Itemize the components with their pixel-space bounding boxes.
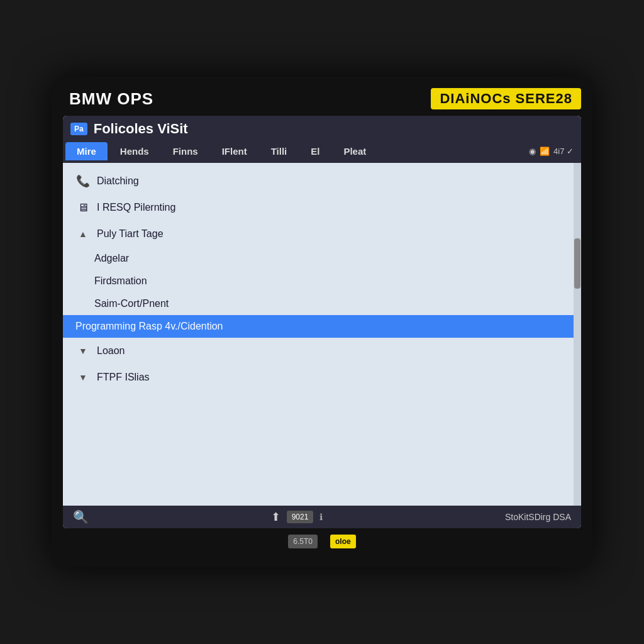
tab-mire[interactable]: Mire	[65, 142, 108, 160]
bottom-btn-650[interactable]: 6.5T0	[288, 535, 318, 548]
resq-icon: 🖥	[75, 200, 91, 215]
menu-item-diatching[interactable]: 📞 Diatching	[63, 168, 574, 194]
bottom-btn-oloe[interactable]: oloe	[330, 535, 356, 548]
loaon-arrow-icon: ▼	[75, 343, 91, 358]
tab-pleat[interactable]: Pleat	[332, 142, 377, 160]
menu-item-puly[interactable]: ▲ Puly Tiart Tage	[63, 221, 574, 247]
content-area: 📞 Diatching 🖥 I RESQ Pilernting ▲ Puly T…	[63, 163, 581, 506]
tab-el[interactable]: El	[299, 142, 331, 160]
nav-spacer: ◉ 📶 4i7 ✓	[379, 142, 579, 160]
menu-item-saim[interactable]: Saim-Cort/Pnent	[63, 292, 574, 315]
menu-item-resq[interactable]: 🖥 I RESQ Pilernting	[63, 194, 574, 221]
wifi-icon: 📶	[540, 147, 550, 156]
menu-item-loaon[interactable]: ▼ Loaon	[63, 338, 574, 364]
menu-item-programming[interactable]: Programming Rasp 4v./Cidention	[63, 315, 574, 338]
device-top-bar: BMW OPS DIAiNOCs SERE28	[63, 88, 581, 109]
header-icon: Pa	[70, 123, 87, 135]
tab-tilli[interactable]: Tilli	[260, 142, 299, 160]
screen-header: Pa Folicoles ViSit	[63, 116, 581, 142]
diatching-icon: 📞	[75, 174, 91, 189]
scrollbar-thumb	[574, 238, 580, 289]
info-btn[interactable]: ℹ	[319, 512, 323, 522]
ftpf-arrow-icon: ▼	[75, 370, 91, 385]
menu-item-firdsmation[interactable]: Firdsmation	[63, 270, 574, 292]
footer-right-label: StoKitSDirg DSA	[505, 512, 571, 522]
footer-center: ⬆ 9021 ℹ	[271, 510, 323, 524]
diag-label: DIAiNOCs SERE28	[431, 88, 581, 109]
screen-footer: 🔍 ⬆ 9021 ℹ StoKitSDirg DSA	[63, 506, 581, 528]
screen: Pa Folicoles ViSit Mire Hends Finns IFle…	[63, 116, 581, 528]
upload-icon: ⬆	[271, 510, 280, 524]
menu-item-adgelar[interactable]: Adgelar	[63, 247, 574, 270]
scrollbar[interactable]	[574, 163, 581, 506]
menu-item-ftpf[interactable]: ▼ FTPF ISlias	[63, 364, 574, 391]
signal-icon: ◉	[529, 147, 536, 156]
tab-iflent[interactable]: IFlent	[211, 142, 258, 160]
page-btn[interactable]: 9021	[287, 511, 314, 523]
header-title: Folicoles ViSit	[94, 121, 188, 137]
search-icon[interactable]: 🔍	[73, 509, 89, 525]
device-bottom: 6.5T0 oloe	[63, 535, 581, 548]
tab-finns[interactable]: Finns	[162, 142, 209, 160]
nav-tabs: Mire Hends Finns IFlent Tilli El Pleat ◉…	[63, 142, 581, 163]
device-frame: BMW OPS DIAiNOCs SERE28 Pa Folicoles ViS…	[52, 77, 592, 567]
battery-status: 4i7 ✓	[553, 147, 574, 156]
menu-list: 📞 Diatching 🖥 I RESQ Pilernting ▲ Puly T…	[63, 163, 574, 506]
puly-arrow-icon: ▲	[75, 226, 91, 242]
status-icons: ◉ 📶 4i7 ✓	[529, 147, 574, 156]
brand-label: BMW OPS	[69, 89, 153, 109]
tab-hends[interactable]: Hends	[109, 142, 160, 160]
